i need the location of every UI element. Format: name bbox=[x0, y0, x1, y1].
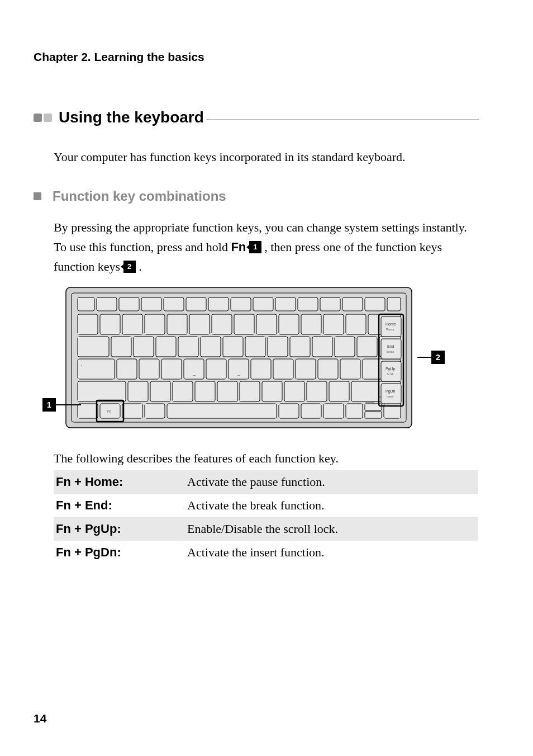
keyboard-row-3 bbox=[78, 337, 401, 357]
svg-rect-58 bbox=[318, 359, 338, 379]
section-bullet-icon bbox=[34, 114, 52, 122]
table-desc: Activate the insert function. bbox=[185, 541, 478, 564]
svg-rect-5 bbox=[141, 297, 161, 311]
svg-rect-48 bbox=[139, 359, 159, 379]
body-part-2: , then press one of the function keys bbox=[261, 240, 442, 254]
svg-text:_: _ bbox=[237, 370, 241, 376]
keyboard-figure: • _ _ bbox=[54, 286, 479, 429]
svg-rect-25 bbox=[256, 314, 277, 334]
svg-rect-13 bbox=[320, 297, 340, 311]
svg-rect-61 bbox=[78, 381, 126, 401]
table-row: Fn + PgDn: Activate the insert function. bbox=[54, 541, 478, 564]
svg-rect-2 bbox=[78, 297, 94, 311]
svg-rect-40 bbox=[290, 337, 310, 357]
svg-rect-45 bbox=[78, 359, 115, 379]
callout-box-2: 2 bbox=[431, 351, 445, 364]
table-row: Fn + Home: Activate the pause function. bbox=[54, 470, 478, 494]
svg-rect-70 bbox=[307, 381, 327, 401]
svg-rect-4 bbox=[119, 297, 139, 311]
svg-rect-94 bbox=[381, 361, 401, 381]
svg-rect-56 bbox=[273, 359, 293, 379]
svg-rect-31 bbox=[78, 337, 109, 357]
svg-rect-1 bbox=[72, 293, 406, 422]
svg-rect-8 bbox=[208, 297, 229, 311]
svg-rect-76 bbox=[122, 404, 142, 418]
svg-rect-33 bbox=[134, 337, 154, 357]
table-desc: Enable/Disable the scroll lock. bbox=[185, 517, 478, 541]
figure-callout-1: 1 bbox=[42, 398, 81, 412]
function-key-table: Fn + Home: Activate the pause function. … bbox=[54, 470, 478, 564]
svg-rect-12 bbox=[298, 297, 318, 311]
svg-rect-27 bbox=[301, 314, 321, 334]
svg-rect-64 bbox=[173, 381, 193, 401]
table-key: Fn + End: bbox=[54, 494, 185, 517]
subsection-bullet-icon bbox=[34, 192, 41, 200]
table-key: Fn + PgDn: bbox=[54, 541, 185, 564]
svg-rect-49 bbox=[161, 359, 182, 379]
svg-rect-36 bbox=[201, 337, 221, 357]
svg-rect-91 bbox=[381, 339, 401, 359]
keyboard-row-4: • _ _ bbox=[78, 359, 401, 379]
svg-rect-57 bbox=[296, 359, 316, 379]
svg-rect-6 bbox=[164, 297, 184, 311]
svg-rect-37 bbox=[223, 337, 243, 357]
svg-rect-17 bbox=[78, 314, 98, 334]
svg-rect-78 bbox=[167, 404, 277, 418]
svg-rect-62 bbox=[128, 381, 148, 401]
keyboard-row-1 bbox=[78, 297, 401, 311]
svg-rect-42 bbox=[335, 337, 355, 357]
svg-rect-9 bbox=[231, 297, 251, 311]
svg-rect-82 bbox=[346, 404, 363, 418]
svg-rect-97 bbox=[381, 384, 401, 404]
subsection-title: Function key combinations bbox=[53, 188, 226, 204]
figure-callout-2: 2 bbox=[417, 351, 445, 364]
table-key: Fn + PgUp: bbox=[54, 517, 185, 541]
section-title-row: Using the keyboard bbox=[34, 108, 479, 126]
svg-rect-88 bbox=[381, 316, 401, 337]
svg-text:PgDn: PgDn bbox=[386, 389, 396, 394]
svg-rect-84 bbox=[365, 412, 382, 418]
table-key: Fn + Home: bbox=[54, 470, 185, 494]
svg-rect-80 bbox=[301, 404, 321, 418]
svg-rect-29 bbox=[346, 314, 366, 334]
svg-rect-79 bbox=[279, 404, 299, 418]
svg-rect-22 bbox=[189, 314, 210, 334]
svg-rect-19 bbox=[122, 314, 142, 334]
svg-rect-24 bbox=[234, 314, 254, 334]
keyboard-row-2 bbox=[78, 314, 401, 334]
svg-rect-39 bbox=[268, 337, 288, 357]
title-rule bbox=[206, 119, 479, 120]
svg-rect-16 bbox=[387, 297, 401, 311]
side-keys-highlight: Home Pause End Break PgUp ScrLk PgDn Ins… bbox=[378, 313, 410, 407]
callout-1-inline: 1 bbox=[249, 241, 261, 253]
table-desc: Activate the pause function. bbox=[185, 470, 478, 494]
body-part-3-prefix: function keys bbox=[54, 259, 123, 273]
subsection-header-row: Function key combinations bbox=[34, 188, 479, 204]
svg-rect-26 bbox=[279, 314, 299, 334]
page-number: 14 bbox=[34, 712, 46, 725]
svg-rect-7 bbox=[186, 297, 206, 311]
svg-text:ScrLk: ScrLk bbox=[387, 372, 394, 376]
table-desc: Activate the break function. bbox=[185, 494, 478, 517]
svg-rect-55 bbox=[251, 359, 271, 379]
svg-rect-63 bbox=[150, 381, 170, 401]
svg-rect-35 bbox=[178, 337, 198, 357]
svg-rect-81 bbox=[323, 404, 344, 418]
svg-rect-69 bbox=[284, 381, 304, 401]
svg-rect-50 bbox=[184, 359, 204, 379]
svg-rect-10 bbox=[253, 297, 273, 311]
svg-text:Insert: Insert bbox=[387, 395, 394, 398]
callout-box-1: 1 bbox=[42, 398, 56, 412]
table-intro-text: The following describes the features of … bbox=[54, 451, 479, 466]
svg-rect-11 bbox=[275, 297, 296, 311]
svg-text:Home: Home bbox=[386, 322, 396, 326]
svg-rect-34 bbox=[156, 337, 176, 357]
svg-rect-66 bbox=[217, 381, 237, 401]
svg-text:Break: Break bbox=[387, 350, 394, 353]
svg-rect-43 bbox=[357, 337, 377, 357]
svg-rect-28 bbox=[323, 314, 344, 334]
svg-text:•: • bbox=[81, 364, 82, 367]
keyboard-row-6: Fn bbox=[78, 403, 401, 418]
svg-rect-71 bbox=[329, 381, 349, 401]
svg-rect-14 bbox=[342, 297, 363, 311]
